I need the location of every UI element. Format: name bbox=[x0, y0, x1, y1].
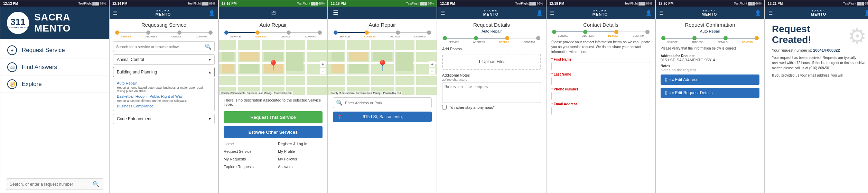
nav-home[interactable]: Home bbox=[219, 140, 273, 148]
nav-my-profile[interactable]: My Profile bbox=[273, 148, 327, 155]
hamburger-6[interactable]: ☰ bbox=[659, 10, 664, 16]
hamburger-5[interactable]: ☰ bbox=[550, 10, 554, 16]
step-4-1 bbox=[443, 36, 447, 40]
nav-explore[interactable]: Explore Requests bbox=[219, 163, 273, 170]
menu-explore[interactable]: 🧭 Explore bbox=[0, 76, 109, 93]
input-last-name[interactable] bbox=[551, 77, 650, 85]
address-search-input[interactable] bbox=[345, 101, 429, 105]
nav-answers[interactable]: Answers bbox=[273, 163, 327, 170]
step-3b-4 bbox=[427, 30, 431, 35]
nav-my-follows[interactable]: My Follows bbox=[273, 155, 327, 163]
confirm-addr-field: Address for Request 915 I ST, SACRAMENTO… bbox=[661, 54, 759, 62]
map-zoom-2[interactable]: + − bbox=[429, 61, 435, 74]
step-s3 bbox=[287, 30, 291, 35]
step-labels-4: SERVICE ADDRESS DETAILS CONFIRM bbox=[437, 41, 546, 45]
dropdown-code[interactable]: Code Enforcement ▾ bbox=[113, 114, 215, 124]
sl4-cfm: CONFIRM bbox=[517, 41, 542, 43]
menu-find-answers[interactable]: 📖 Find Answers bbox=[0, 59, 109, 76]
input-email[interactable] bbox=[551, 107, 650, 115]
map-zoom-controls[interactable]: + − bbox=[320, 61, 326, 74]
svg-rect-25 bbox=[332, 52, 344, 61]
service-search-input[interactable] bbox=[116, 45, 203, 49]
logo-311: 311 bbox=[10, 17, 25, 26]
request-icon: + bbox=[7, 45, 17, 55]
step-5-3 bbox=[614, 30, 618, 34]
find-answers-icon: 📖 bbox=[7, 62, 17, 72]
svg-rect-15 bbox=[286, 52, 304, 71]
zoom-out-button[interactable]: − bbox=[320, 68, 326, 74]
person-5[interactable]: 👤 bbox=[646, 10, 652, 16]
input-first-name[interactable] bbox=[551, 62, 650, 70]
dropdown-building[interactable]: Building and Planning ▴ bbox=[113, 67, 215, 77]
person-icon-2[interactable]: 👤 bbox=[209, 10, 215, 16]
slab-dtl: DETAILS bbox=[382, 35, 408, 38]
upload-box[interactable]: ⬆ Upload Files bbox=[442, 54, 541, 70]
battery-pct-6: 66% bbox=[755, 2, 762, 5]
battery-pct-2: 68% bbox=[209, 2, 215, 5]
anon-checkbox[interactable] bbox=[442, 105, 447, 109]
step-4-3 bbox=[505, 36, 509, 40]
status-bar-5: 12:19 PM TestFlight ▓▓▓ 66% bbox=[547, 0, 655, 7]
browse-other-services-button[interactable]: Browse Other Services bbox=[224, 126, 323, 138]
address-search-bar[interactable]: 🔍 bbox=[333, 97, 432, 108]
hamburger-7[interactable]: ☰ bbox=[768, 10, 773, 16]
home-header: 311 CUSTOMER SERVICE SACRAMENTO bbox=[0, 7, 109, 39]
edit-details-button[interactable]: ⟪ «« Edit Request Details bbox=[661, 88, 759, 98]
desc-basketball: Report a basketball hoop on the street o… bbox=[117, 99, 211, 103]
home-logo: 311 CUSTOMER SERVICE bbox=[6, 11, 30, 35]
nav-request-service[interactable]: Request Service bbox=[219, 148, 273, 155]
step-s1 bbox=[224, 30, 228, 35]
label-phone: * Phone Number bbox=[551, 87, 650, 91]
gear-icon: ⚙ bbox=[848, 24, 867, 48]
link-business[interactable]: Business Compliance bbox=[117, 104, 211, 108]
nav-my-requests[interactable]: My Requests bbox=[219, 155, 273, 163]
nav-bar-7: ☰ SACRAMENTO 👤 bbox=[765, 7, 868, 19]
edit-address-button[interactable]: ⟪ «« Edit Address bbox=[661, 74, 759, 85]
person-7[interactable]: 👤 bbox=[864, 10, 868, 16]
home-search-bar[interactable]: 🔍 bbox=[6, 178, 103, 190]
input-phone[interactable] bbox=[551, 92, 650, 100]
step-3-dot bbox=[177, 30, 181, 35]
step-label-service: SERVICE bbox=[114, 35, 139, 38]
hamburger-icon-3b[interactable]: ☰ bbox=[333, 9, 338, 17]
dropdown-animal-control[interactable]: Animal Control ▾ bbox=[113, 54, 215, 65]
hamburger-4[interactable]: ☰ bbox=[441, 10, 445, 16]
nav-bar-3b: ☰ bbox=[328, 7, 437, 19]
service-search[interactable]: 🔍 bbox=[113, 41, 215, 52]
status-bar-7: 12:21 PM TestFlight ▓▓▓ 65% bbox=[765, 0, 868, 7]
status-bar-4: 12:18 PM TestFlight ▓▓▓ 66% bbox=[437, 0, 546, 7]
person-6[interactable]: 👤 bbox=[755, 10, 761, 16]
step-label-confirm: CONFIRM bbox=[189, 35, 214, 38]
conf-addr-val: 915 I ST, SACRAMENTO 95814 bbox=[661, 58, 759, 62]
status-bar-3: 12:16 PM TestFlight ▓▓▓ 68% bbox=[219, 0, 327, 7]
home-title-block: SACRAMENTO bbox=[34, 12, 71, 34]
sl2 bbox=[260, 32, 287, 33]
menu-request-service[interactable]: + Request Service bbox=[0, 42, 109, 59]
svg-rect-28 bbox=[332, 64, 344, 73]
notes-textarea[interactable] bbox=[442, 82, 541, 103]
carrier-7: TestFlight bbox=[843, 2, 857, 5]
zoom-in-2[interactable]: + bbox=[429, 61, 435, 67]
nav-register[interactable]: Register & Log In bbox=[273, 140, 327, 148]
person-4[interactable]: 👤 bbox=[536, 10, 542, 16]
home-search-input[interactable] bbox=[10, 182, 90, 187]
link-basketball[interactable]: Basketball Hoop in Public Right of Way bbox=[117, 94, 211, 98]
nav-bar-4: ☰ SACRAMENTO 👤 bbox=[437, 7, 546, 19]
zoom-out-2[interactable]: − bbox=[429, 68, 435, 74]
pin-icon: 📍 bbox=[337, 114, 342, 119]
battery-7: TestFlight ▓▓▓ 65% bbox=[843, 2, 868, 5]
step-5-1 bbox=[552, 30, 556, 34]
hamburger-icon-2[interactable]: ☰ bbox=[113, 10, 118, 16]
anon-row: I'd rather stay anonymous* bbox=[437, 103, 546, 112]
address-confirm-button[interactable]: 📍 915 I St, Sacramento, → bbox=[333, 112, 432, 122]
time-1: 12:13 PM bbox=[3, 2, 18, 6]
link-auto-repair[interactable]: Auto Repair bbox=[117, 81, 211, 85]
step-line-3 bbox=[181, 32, 208, 33]
req-title: Requesting Service bbox=[110, 19, 218, 29]
svg-rect-27 bbox=[373, 52, 392, 61]
explore-icon: 🧭 bbox=[7, 79, 17, 89]
created-header-row: RequestCreated! ⚙ bbox=[772, 24, 867, 48]
zoom-in-button[interactable]: + bbox=[320, 61, 326, 67]
request-this-service-button[interactable]: Request This Service bbox=[224, 111, 323, 123]
slab-svc: SERVICE bbox=[332, 35, 357, 38]
